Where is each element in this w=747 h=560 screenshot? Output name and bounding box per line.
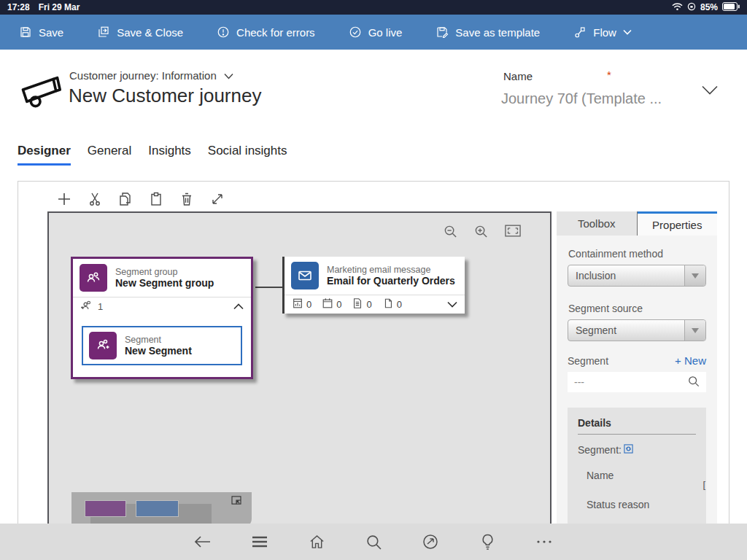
entity-icon[interactable] [624, 444, 633, 456]
paste-button[interactable] [148, 191, 164, 207]
calendar-icon [322, 298, 333, 311]
tile-name: New Segment [125, 345, 192, 357]
tab-properties[interactable]: Properties [638, 211, 718, 236]
record-context-selector[interactable]: Customer journey: Information [69, 69, 233, 82]
tab-designer[interactable]: Designer [18, 144, 71, 166]
tab-toolbox[interactable]: Toolbox [557, 211, 638, 236]
name-field-label: Name [503, 70, 533, 82]
journey-canvas[interactable]: Segment group New Segment group 1 [47, 211, 551, 529]
minimap-email-tile [136, 500, 179, 517]
flow-button[interactable]: Flow [573, 26, 632, 39]
document-icon [352, 298, 363, 311]
delete-button[interactable] [179, 191, 195, 207]
save-close-label: Save & Close [117, 26, 183, 39]
check-errors-label: Check for errors [236, 26, 315, 39]
segment-group-icon [80, 264, 107, 292]
tab-general[interactable]: General [88, 144, 131, 166]
expand-chevron-down-icon[interactable] [447, 301, 457, 308]
details-entity-label: Segment: [578, 444, 622, 456]
fit-to-screen-button[interactable] [505, 225, 521, 241]
clock: 17:28 [7, 2, 30, 12]
megaphone-icon [19, 69, 61, 114]
tile-name: New Segment group [115, 277, 214, 289]
expand-button[interactable] [209, 191, 225, 207]
stat-value: 0 [336, 299, 341, 310]
segment-tile[interactable]: Segment New Segment [82, 326, 242, 365]
zoom-in-button[interactable] [474, 225, 488, 241]
save-close-icon [97, 26, 110, 39]
tab-social-insights[interactable]: Social insights [208, 144, 287, 166]
save-template-label: Save as template [455, 26, 540, 39]
go-live-button[interactable]: Go live [349, 26, 403, 39]
segment-group-tile[interactable]: Segment group New Segment group 1 [71, 257, 253, 379]
rotation-lock-icon [687, 2, 696, 13]
email-icon [291, 262, 319, 289]
home-icon[interactable] [308, 533, 325, 551]
save-label: Save [39, 26, 63, 39]
minimap-segment-group [85, 500, 126, 517]
dropdown-arrow-icon [684, 320, 705, 341]
containment-method-dropdown[interactable]: Inclusion [568, 265, 706, 287]
tile-name: Email for Quarterly Orders [327, 275, 455, 287]
segment-source-dropdown[interactable]: Segment [568, 319, 706, 341]
tab-insights[interactable]: Insights [148, 144, 191, 166]
stat-page: 0 [382, 298, 402, 311]
copy-button[interactable] [117, 191, 133, 207]
stat-chart: 0 [292, 298, 311, 311]
canvas-zoom-controls [444, 225, 521, 241]
save-template-icon [436, 26, 449, 39]
go-live-label: Go live [368, 26, 403, 39]
stat-value: 0 [306, 299, 311, 310]
segment-source-value: Segment [576, 324, 616, 336]
launch-icon[interactable] [422, 533, 439, 551]
lightbulb-icon[interactable] [479, 533, 496, 551]
bottom-nav-bar [0, 524, 747, 560]
containment-method-value: Inclusion [576, 270, 616, 281]
flow-icon [573, 26, 587, 39]
required-marker: * [607, 69, 611, 81]
zoom-out-button[interactable] [444, 225, 457, 241]
truncated-value: [ [703, 479, 705, 490]
search-icon[interactable] [688, 376, 700, 389]
chevron-down-icon [224, 69, 233, 82]
tile-connector [255, 287, 282, 288]
dropdown-arrow-icon [684, 265, 705, 286]
minimap-collapse-icon[interactable] [231, 494, 241, 508]
check-for-errors-button[interactable]: Check for errors [217, 26, 315, 39]
name-field-value[interactable]: Journey 70f (Template ... [501, 90, 662, 107]
collapse-chevron-up-icon[interactable] [233, 303, 244, 310]
stat-value: 0 [366, 299, 371, 310]
command-bar: Save Save & Close Check for errors [0, 15, 747, 50]
flow-label: Flow [593, 26, 616, 39]
more-icon[interactable] [535, 533, 553, 551]
back-icon[interactable] [194, 533, 212, 551]
new-segment-link[interactable]: + New [675, 354, 706, 367]
app-screen: 17:28 Fri 29 Mar 85% [0, 0, 747, 560]
error-check-icon [217, 26, 230, 39]
stat-document: 0 [352, 298, 371, 311]
header-expand-chevron-icon[interactable] [702, 85, 718, 98]
email-message-tile[interactable]: Marketing email message Email for Quarte… [282, 257, 465, 314]
stat-calendar: 0 [322, 298, 341, 311]
details-row-name: Name [587, 470, 696, 481]
record-context-label: Customer journey: Information [69, 69, 217, 82]
member-count: 1 [98, 301, 103, 312]
properties-panel: Toolbox Properties Containment method In… [557, 211, 717, 529]
menu-icon[interactable] [251, 533, 268, 551]
save-and-close-button[interactable]: Save & Close [97, 26, 183, 39]
tile-type-label: Segment [125, 335, 192, 345]
segment-lookup-label: Segment [568, 355, 608, 367]
segment-icon [89, 332, 117, 359]
designer-surface: Segment group New Segment group 1 [18, 181, 729, 528]
add-tile-button[interactable] [56, 191, 72, 207]
designer-toolbar [56, 191, 225, 207]
date: Fri 29 Mar [39, 2, 80, 12]
save-as-template-button[interactable]: Save as template [436, 26, 540, 39]
status-bar: 17:28 Fri 29 Mar 85% [0, 0, 747, 15]
segment-lookup-input[interactable]: --- [568, 372, 706, 392]
search-icon[interactable] [365, 533, 382, 551]
save-button[interactable]: Save [19, 26, 63, 39]
cut-button[interactable] [87, 191, 103, 207]
stat-value: 0 [397, 299, 402, 310]
wifi-icon [672, 2, 683, 13]
